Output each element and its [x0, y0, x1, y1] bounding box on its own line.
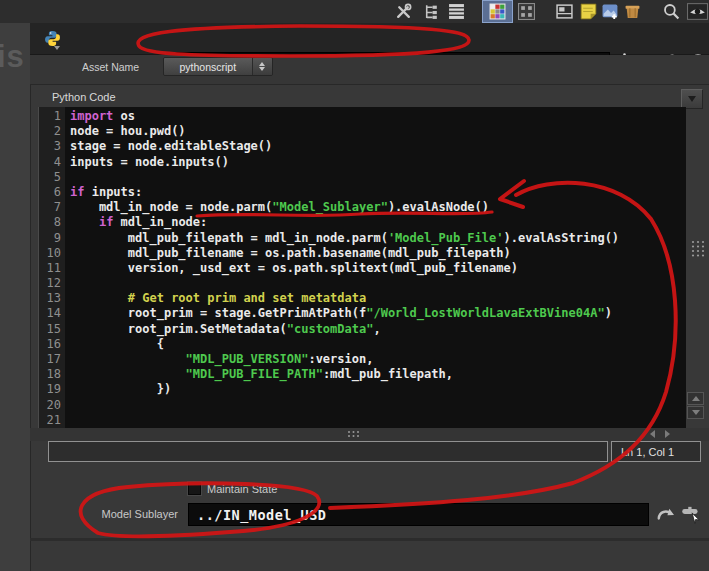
chevron-down-icon [688, 96, 696, 102]
editor-message-field [48, 441, 608, 462]
asset-name-label: Asset Name [82, 61, 139, 73]
gift-box-icon[interactable] [624, 3, 641, 20]
background-cropped-text: is [0, 39, 25, 75]
spinner-down-icon [259, 67, 265, 71]
code-line [70, 398, 686, 413]
add-image-icon[interactable] [602, 3, 619, 20]
layout-panels-icon[interactable] [556, 3, 573, 20]
spinner-up-icon [259, 62, 265, 66]
jump-to-node-icon[interactable] [656, 504, 676, 524]
code-line: node = hou.pwd() [70, 124, 686, 139]
h-scroll-left-button[interactable] [646, 429, 658, 439]
code-line: root_prim = stage.GetPrimAtPath(f"/World… [70, 306, 686, 321]
triangle-left-icon [650, 430, 655, 438]
tools-icon[interactable] [395, 3, 412, 20]
splitter-grip-handle[interactable] [347, 430, 360, 439]
asset-name-spinner[interactable] [252, 58, 272, 75]
model-sublayer-input[interactable] [188, 503, 649, 526]
triangle-up-icon [692, 396, 700, 401]
maintain-state-label: Maintain State [207, 483, 277, 495]
code-line [70, 276, 686, 291]
color-palette-grid-icon[interactable] [489, 3, 506, 20]
cursor-position-text: Ln 1, Col 1 [621, 446, 674, 458]
python-logo-icon[interactable] [44, 30, 61, 47]
section-collapse-button[interactable] [681, 89, 703, 109]
network-tree-icon[interactable] [423, 3, 440, 20]
h-scroll-right-button[interactable] [661, 429, 673, 439]
cursor-position-field: Ln 1, Col 1 [611, 441, 701, 462]
code-line: inputs = node.inputs() [70, 155, 686, 170]
code-line: }) [70, 382, 686, 397]
background-panel: is [0, 23, 31, 571]
code-line: stage = node.editableStage() [70, 139, 686, 154]
asset-name-dropdown-value[interactable]: pythonscript [164, 58, 252, 75]
code-line: mdl_pub_filename = os.path.basename(mdl_… [70, 246, 686, 261]
triangle-down-icon [692, 410, 700, 415]
visibility-eye-icon[interactable] [687, 3, 708, 20]
code-line: mdl_in_node = node.parm("Model_Sublayer"… [70, 200, 686, 215]
scroll-up-button[interactable] [687, 392, 704, 405]
sticky-note-icon[interactable] [580, 3, 597, 20]
python-code-label: Python Code [52, 91, 116, 103]
list-view-icon[interactable] [448, 3, 465, 20]
select-node-icon[interactable] [680, 504, 702, 524]
model-sublayer-label: Model Sublayer [60, 508, 178, 520]
code-line: # Get root prim and set metatdata [70, 291, 686, 306]
asset-name-dropdown[interactable]: pythonscript [163, 57, 273, 76]
scroll-down-button[interactable] [687, 406, 704, 419]
code-line: if inputs: [70, 185, 686, 200]
code-line [70, 413, 686, 428]
code-line: version, _usd_ext = os.path.splitext(mdl… [70, 261, 686, 276]
chevron-down-icon[interactable] [54, 46, 60, 50]
code-line [70, 170, 686, 185]
code-line: { [70, 337, 686, 352]
code-line: "MDL_PUB_FILE_PATH":mdl_pub_filepath, [70, 367, 686, 382]
editor-bottom-bar [30, 428, 709, 441]
divider [30, 538, 709, 541]
triangle-right-icon [665, 430, 670, 438]
code-line: import os [70, 109, 686, 124]
python-code-editor[interactable]: 123456789101112131415161718192021 import… [38, 107, 686, 428]
grid-view-icon[interactable] [518, 3, 535, 20]
code-lines[interactable]: import osnode = hou.pwd()stage = node.ed… [65, 107, 686, 428]
top-toolbar [0, 0, 709, 24]
node-header: Python Script H i ? [30, 23, 709, 55]
code-gutter: 123456789101112131415161718192021 [39, 107, 65, 428]
search-icon[interactable] [663, 3, 680, 20]
code-line: mdl_pub_filepath = mdl_in_node.parm('Mod… [70, 231, 686, 246]
code-line: root_prim.SetMetadata("customData", [70, 322, 686, 337]
pane-grip-handle[interactable] [691, 240, 706, 257]
maintain-state-checkbox[interactable] [188, 482, 201, 495]
code-line: if mdl_in_node: [70, 215, 686, 230]
code-line: "MDL_PUB_VERSION":version, [70, 352, 686, 367]
